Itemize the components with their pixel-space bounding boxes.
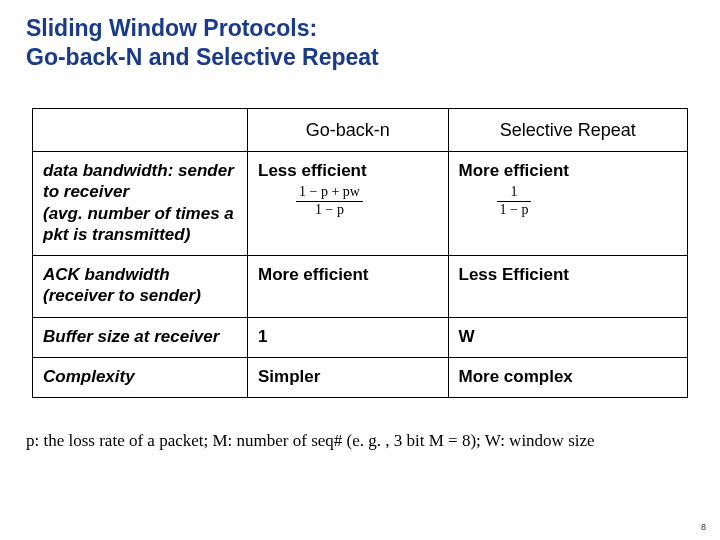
row0-gbn-formula: 1 − p + pw 1 − p — [296, 185, 438, 217]
row1-gbn: More efficient — [248, 256, 449, 318]
row3-gbn: Simpler — [248, 357, 449, 397]
table-row: Buffer size at receiver 1 W — [33, 317, 688, 357]
row2-gbn: 1 — [248, 317, 449, 357]
table-row: ACK bandwidth (receiver to sender) More … — [33, 256, 688, 318]
row1-sr: Less Efficient — [448, 256, 688, 318]
title-line1: Sliding Window Protocols: — [26, 15, 317, 41]
title-line2: Go-back-N and Selective Repeat — [26, 44, 379, 70]
row0-label: data bandwidth: sender to receiver (avg.… — [33, 152, 248, 256]
page-number: 8 — [701, 522, 706, 532]
header-blank — [33, 108, 248, 152]
row2-label: Buffer size at receiver — [33, 317, 248, 357]
row0-sr: More efficient 1 1 − p — [448, 152, 688, 256]
row3-sr: More complex — [448, 357, 688, 397]
table-header-row: Go-back-n Selective Repeat — [33, 108, 688, 152]
slide-title: Sliding Window Protocols: Go-back-N and … — [26, 14, 694, 72]
row2-sr: W — [448, 317, 688, 357]
row0-gbn: Less efficient 1 − p + pw 1 − p — [248, 152, 449, 256]
table-row: data bandwidth: sender to receiver (avg.… — [33, 152, 688, 256]
comparison-table: Go-back-n Selective Repeat data bandwidt… — [32, 108, 688, 399]
header-go-back-n: Go-back-n — [248, 108, 449, 152]
footnote: p: the loss rate of a packet; M: number … — [26, 430, 694, 452]
header-selective-repeat: Selective Repeat — [448, 108, 688, 152]
row1-label: ACK bandwidth (receiver to sender) — [33, 256, 248, 318]
row3-label: Complexity — [33, 357, 248, 397]
row0-sr-formula: 1 1 − p — [497, 185, 678, 217]
table-row: Complexity Simpler More complex — [33, 357, 688, 397]
